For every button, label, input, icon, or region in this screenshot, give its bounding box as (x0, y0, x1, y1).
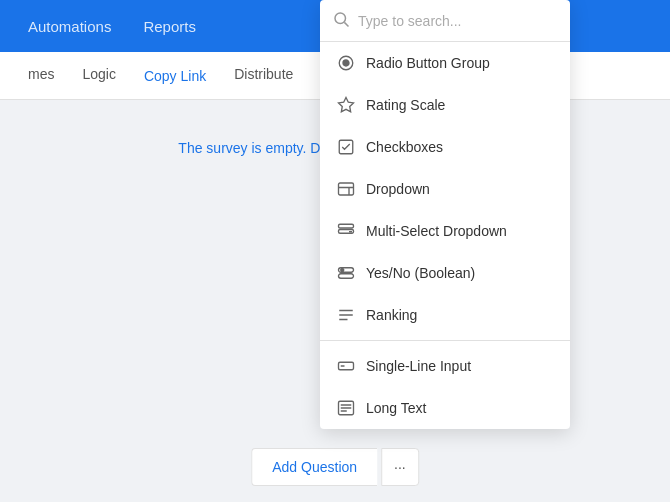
menu-divider (320, 340, 570, 341)
menu-item-single-line-input[interactable]: Single-Line Input (320, 345, 570, 387)
svg-rect-6 (339, 183, 354, 195)
menu-list: Radio Button Group Rating Scale Checkbox… (320, 42, 570, 429)
tab-distribute[interactable]: Distribute (222, 52, 305, 99)
menu-item-radio-button-group[interactable]: Radio Button Group (320, 42, 570, 84)
svg-line-1 (344, 22, 348, 26)
yesno-icon (336, 263, 356, 283)
svg-point-0 (335, 13, 346, 24)
tab-logic[interactable]: Logic (70, 52, 127, 99)
nav-automations[interactable]: Automations (16, 12, 123, 41)
multiselect-icon (336, 221, 356, 241)
search-icon (332, 10, 350, 31)
search-box (320, 0, 570, 42)
svg-rect-13 (339, 274, 354, 279)
menu-item-rating-scale[interactable]: Rating Scale (320, 84, 570, 126)
menu-item-checkboxes[interactable]: Checkboxes (320, 126, 570, 168)
svg-point-14 (341, 269, 344, 272)
ranking-icon (336, 305, 356, 325)
bottom-action-bar: Add Question ··· (251, 448, 419, 486)
dropdown-icon (336, 179, 356, 199)
radio-icon (336, 53, 356, 73)
svg-point-3 (343, 60, 349, 66)
more-options-button[interactable]: ··· (381, 448, 419, 486)
singleline-icon (336, 356, 356, 376)
search-input[interactable] (358, 13, 558, 29)
svg-rect-9 (339, 224, 354, 228)
svg-marker-4 (339, 98, 354, 112)
menu-item-multi-select-dropdown[interactable]: Multi-Select Dropdown (320, 210, 570, 252)
checkbox-icon (336, 137, 356, 157)
menu-item-yes-no[interactable]: Yes/No (Boolean) (320, 252, 570, 294)
tab-copy-link[interactable]: Copy Link (132, 52, 218, 99)
nav-reports[interactable]: Reports (131, 12, 208, 41)
menu-item-ranking[interactable]: Ranking (320, 294, 570, 336)
add-question-button[interactable]: Add Question (251, 448, 377, 486)
menu-item-dropdown[interactable]: Dropdown (320, 168, 570, 210)
tab-mes[interactable]: mes (16, 52, 66, 99)
star-icon (336, 95, 356, 115)
element-picker-dropdown: Radio Button Group Rating Scale Checkbox… (320, 0, 570, 429)
menu-item-long-text[interactable]: Long Text (320, 387, 570, 429)
longtext-icon (336, 398, 356, 418)
